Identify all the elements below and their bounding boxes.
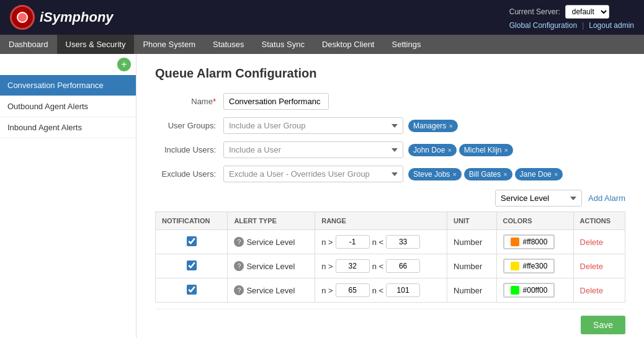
help-icon-0[interactable]: ? [234,237,244,247]
col-alert-type: Alert Type [228,212,315,230]
alarm-table: Notification Alert Type Range Unit Color… [155,211,625,303]
nav-item-phone-system[interactable]: Phone System [134,35,204,54]
notification-checkbox-2[interactable] [187,285,197,295]
name-row: Name* [155,93,625,110]
user-groups-label: User Groups: [155,121,223,130]
range-n-lt-label-1: n < [372,262,383,271]
include-users-select[interactable]: Include a User [223,141,403,158]
range-from-input-0[interactable] [336,235,370,249]
tag-john-doe-remove[interactable]: × [447,146,451,154]
delete-link-1[interactable]: Delete [580,262,604,271]
sidebar-list: Conversation Performance Outbound Agent … [0,75,136,138]
alarm-type-select[interactable]: Service Level Wait Time Abandon Rate [495,190,582,207]
tag-michel-klijn-remove[interactable]: × [504,146,508,154]
tag-steve-jobs-remove[interactable]: × [452,171,456,178]
name-label: Name* [155,97,223,106]
include-users-row: Include Users: Include a User John Doe ×… [155,141,625,158]
logo-text: iSymphony [40,9,114,25]
nav-item-settings[interactable]: Settings [383,35,429,54]
col-colors: Colors [496,212,573,230]
tag-bill-gates-remove[interactable]: × [503,171,507,178]
col-unit: Unit [447,212,497,230]
sidebar-item-outbound-agent-alerts[interactable]: Outbound Agent Alerts [0,96,136,117]
save-button[interactable]: Save [581,316,625,334]
range-from-input-2[interactable] [336,283,370,297]
notification-cell-2 [156,278,228,303]
range-n-gt-label-0: n > [321,238,333,247]
nav-item-desktop-client[interactable]: Desktop Client [313,35,383,54]
server-label: Current Server: [509,7,560,16]
user-groups-select[interactable]: Include a User Group [223,117,403,134]
tag-steve-jobs: Steve Jobs × [408,168,462,180]
tag-bill-gates-label: Bill Gates [469,170,501,179]
name-required: * [213,97,216,106]
help-icon-1[interactable]: ? [234,261,244,271]
tag-managers-label: Managers [413,122,446,130]
main-nav: Dashboard Users & Security Phone System … [0,35,644,54]
help-icon-2[interactable]: ? [234,285,244,295]
alert-type-label-1: Service Level [246,262,295,271]
table-row: ? Service Level n > n < Number #ffe300 D… [156,254,625,278]
tag-michel-klijn-label: Michel Klijn [464,146,502,154]
content-footer: Save [155,309,625,334]
color-picker-button-1[interactable]: #ffe300 [503,259,555,274]
col-actions: Actions [573,212,625,230]
server-select[interactable]: default [565,5,609,19]
delete-link-0[interactable]: Delete [580,238,604,247]
color-hex-label-2: #00ff00 [523,286,548,295]
color-picker-button-2[interactable]: #00ff00 [503,283,555,298]
nav-item-statuses[interactable]: Statuses [204,35,253,54]
logo: iSymphony [10,5,114,30]
delete-link-2[interactable]: Delete [580,286,604,295]
nav-item-status-sync[interactable]: Status Sync [253,35,313,54]
global-config-link[interactable]: Global Configuration [509,21,577,30]
range-to-input-0[interactable] [386,235,420,249]
color-hex-label-1: #ffe300 [523,262,548,270]
color-swatch-2 [511,286,519,295]
nav-item-dashboard[interactable]: Dashboard [0,35,57,54]
logout-link[interactable]: Logout admin [589,21,634,30]
tag-jane-doe-remove[interactable]: × [554,171,558,178]
color-cell-2: #00ff00 [496,278,573,303]
add-alarm-link[interactable]: Add Alarm [588,193,625,203]
actions-cell-0: Delete [573,230,625,254]
user-groups-tags: Managers × [408,120,458,132]
color-cell-0: #ff8000 [496,230,573,254]
range-to-input-1[interactable] [386,259,420,273]
exclude-users-select[interactable]: Exclude a User - Overrides User Group [223,166,403,182]
sidebar-item-inbound-agent-alerts[interactable]: Inbound Agent Alerts [0,117,136,138]
color-cell-1: #ffe300 [496,254,573,278]
tag-managers-remove[interactable]: × [449,122,452,130]
alert-type-cell-1: ? Service Level [228,254,315,278]
add-alarm-config-button[interactable]: + [117,58,131,71]
col-range: Range [315,212,447,230]
tag-michel-klijn: Michel Klijn × [459,144,513,156]
range-n-lt-label-0: n < [372,238,383,247]
tag-steve-jobs-label: Steve Jobs [413,170,450,179]
include-users-tags: John Doe × Michel Klijn × [408,144,513,156]
notification-cell-0 [156,230,228,254]
unit-cell-0: Number [447,230,497,254]
notification-checkbox-1[interactable] [187,260,197,270]
content-area: Queue Alarm Configuration Name* User Gro… [136,54,644,338]
page-title: Queue Alarm Configuration [155,66,625,81]
exclude-users-tags: Steve Jobs × Bill Gates × Jane Doe × [408,168,563,180]
range-n-gt-label-2: n > [321,286,333,295]
logo-inner-icon [17,12,28,23]
range-from-input-1[interactable] [336,259,370,273]
name-input[interactable] [223,93,329,110]
sidebar-item-conversation-performance[interactable]: Conversation Performance [0,75,136,96]
nav-item-users-security[interactable]: Users & Security [57,35,135,54]
header-links: Global Configuration | Logout admin [509,21,634,30]
col-notification: Notification [156,212,228,230]
main-layout: + Conversation Performance Outbound Agen… [0,54,644,338]
color-hex-label-0: #ff8000 [523,238,548,246]
range-cell-2: n > n < [315,278,447,303]
notification-checkbox-0[interactable] [187,236,197,246]
color-picker-button-0[interactable]: #ff8000 [503,234,555,249]
table-row: ? Service Level n > n < Number #00ff00 D… [156,278,625,303]
range-to-input-2[interactable] [386,283,420,297]
range-n-gt-label-1: n > [321,262,333,271]
logo-icon [10,5,35,30]
color-swatch-1 [511,262,519,270]
